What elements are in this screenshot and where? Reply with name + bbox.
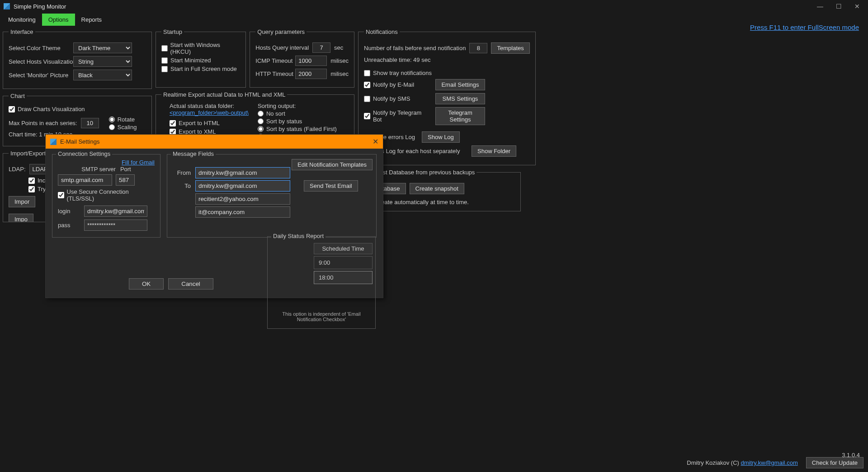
daily-report-group: Daily Status Report Scheduled Time 9:00 … [267,236,376,329]
window-title: Simple Ping Monitor [14,3,817,10]
rotate-radio[interactable] [109,117,115,122]
message-fields-legend: Message Fields [171,150,216,157]
sched-time-1[interactable]: 9:00 [314,256,373,269]
sched-time-2[interactable]: 18:00 [314,271,373,284]
folder-link[interactable]: <program_folder>\web-output\ [170,109,249,116]
icmp-label: ICMP Timeout [255,57,292,64]
sms-settings-button[interactable]: SMS Settings [435,93,485,104]
folder-label: Actual status data folder: [170,103,249,109]
to-input-1[interactable] [195,180,290,192]
import-button-1[interactable]: Impor [9,196,35,207]
send-test-button[interactable]: Send Test Email [304,180,358,192]
tray-check[interactable] [364,70,370,76]
unreachable-label: Unreachable time: 49 sec [364,56,530,63]
draw-charts-check[interactable] [9,106,15,112]
draw-charts-label: Draw Charts Visualization [18,106,85,112]
email-settings-button[interactable]: Email Settings [435,79,485,90]
edit-templates-button[interactable]: Edit Notification Templates [292,159,373,170]
start-fs-check[interactable] [161,66,168,72]
close-icon[interactable]: ✕ [854,3,860,10]
login-label: login [58,208,80,215]
import-button-2[interactable]: Impo [9,214,33,222]
startup-group: Startup Start with Windows (HKCU) Start … [156,28,246,88]
connection-group: Connection Settings Fill for Gmail SMTP … [52,154,160,238]
try-check[interactable] [28,186,35,192]
pass-input[interactable] [84,220,147,231]
inc-label: Inc [38,177,45,184]
tray-label: Show tray notifications [373,70,432,76]
main-tabs: Monitoring Options Reports [0,13,868,26]
sort-failed-radio[interactable] [258,126,264,132]
fill-gmail-link[interactable]: Fill for Gmail [122,159,155,166]
monitor-pic-select[interactable]: Black [73,70,132,80]
sort-status-radio[interactable] [258,118,264,124]
daily-report-legend: Daily Status Report [271,233,326,239]
dialog-titlebar: E-Mail Settings ✕ [46,135,383,149]
interval-label: Hosts Query interval [255,44,309,51]
to-input-2[interactable] [195,193,290,205]
email-settings-dialog: E-Mail Settings ✕ Connection Settings Fi… [45,134,383,298]
email-check[interactable] [364,82,370,88]
login-input[interactable] [84,206,147,217]
daily-note: This option is independent of 'Email Not… [273,311,370,322]
templates-button[interactable]: Templates [491,42,529,54]
query-legend: Query parameters [255,28,307,35]
minimize-icon[interactable]: — [817,3,823,10]
interval-unit: sec [334,44,343,51]
connection-legend: Connection Settings [56,150,112,157]
ok-button[interactable]: OK [129,278,164,290]
port-input[interactable] [116,174,135,186]
tab-monitoring[interactable]: Monitoring [2,14,42,26]
cancel-button[interactable]: Cancel [168,278,213,290]
from-input[interactable] [195,167,290,178]
tg-check[interactable] [364,113,370,119]
pass-label: pass [58,222,80,229]
dialog-icon [50,139,57,145]
smtp-input[interactable] [58,174,112,186]
snapshot-button[interactable]: Create snapshot [410,183,464,194]
start-min-label: Start Minimized [170,57,211,64]
fails-input[interactable] [469,43,487,53]
export-html-check[interactable] [170,120,176,126]
dialog-close-icon[interactable]: ✕ [373,137,378,146]
monitor-pic-label: Select 'Monitor' Picture [9,72,70,79]
inc-check[interactable] [28,178,35,184]
tab-reports[interactable]: Reports [75,14,108,26]
start-hkcu-label: Start with Windows (HKCU) [170,42,241,55]
sched-header: Scheduled Time [314,243,373,254]
sort-none-radio[interactable] [258,111,264,117]
maximize-icon[interactable]: ☐ [836,3,842,10]
icmp-unit: milisec [330,57,349,64]
titlebar: Simple Ping Monitor — ☐ ✕ [0,0,868,13]
query-group: Query parameters Hosts Query intervalsec… [250,28,354,88]
maxpts-input[interactable] [81,118,99,128]
color-theme-select[interactable]: Dark Theme [73,42,132,53]
interval-input[interactable] [312,42,330,53]
sms-check[interactable] [364,96,370,102]
tg-settings-button[interactable]: Telegram Settings [435,107,485,125]
hosts-viz-label: Select Hosts Visualization [9,58,70,65]
interface-group: Interface Select Color Theme Dark Theme … [3,28,152,89]
scaling-radio[interactable] [109,124,115,130]
sms-label: Notify by SMS [373,95,410,102]
app-icon [4,3,10,9]
tab-options[interactable]: Options [42,14,75,26]
from-label: From [173,169,191,176]
credit-link[interactable]: dmitry.kw@gmail.com [741,459,797,466]
icmp-input[interactable] [295,56,327,66]
showlog-button[interactable]: Show Log [422,131,460,143]
sort-label: Sorting output: [258,103,337,109]
to-input-3[interactable] [195,206,290,218]
http-label: HTTP Timeout [255,70,292,77]
hosts-viz-select[interactable]: String [73,56,132,67]
scaling-label: Scaling [118,124,137,131]
export-html-label: Export to HTML [179,120,220,126]
check-update-button[interactable]: Check for Update [806,457,863,468]
tls-check[interactable] [58,192,64,198]
http-unit: milisec [330,70,349,77]
http-input[interactable] [295,69,327,79]
start-hkcu-check[interactable] [161,45,168,51]
start-min-check[interactable] [161,57,168,64]
showfolder-button[interactable]: Show Folder [472,145,516,157]
statusbar: Dmitry Koziakov (C) dmitry.kw@gmail.com … [0,455,868,470]
